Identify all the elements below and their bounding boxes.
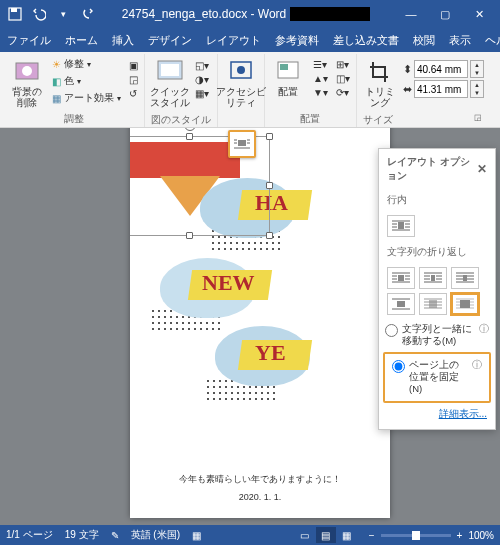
maximize-button[interactable]: ▢ [428,0,462,28]
svg-rect-12 [398,275,404,281]
zoom-level[interactable]: 100% [468,530,494,541]
status-proof-icon[interactable]: ✎ [111,530,119,541]
crop-button[interactable]: トリミング [361,56,399,110]
border-icon[interactable]: ◱▾ [193,59,211,72]
height-icon: ⬍ [403,63,412,76]
group-icon[interactable]: ◫▾ [334,72,352,85]
radio-fix-position[interactable] [392,360,405,373]
option-move-with-text[interactable]: 文字列と一緒に移動する(M) ⓘ [379,319,495,352]
svg-rect-14 [463,275,467,281]
close-button[interactable]: ✕ [462,0,496,28]
callout-title: レイアウト オプション [387,155,477,183]
rotate-handle[interactable]: ⟳ [184,128,196,131]
wrap-front[interactable] [451,293,479,315]
quick-access-toolbar: ▾ [4,3,98,25]
save-icon[interactable] [4,3,26,25]
remove-background-button[interactable]: 背景の削除 [8,56,46,110]
status-page[interactable]: 1/1 ページ [6,528,53,542]
title-bar: ▾ 24754_nenga_eto.docx - Word — ▢ ✕ [0,0,500,28]
layout-options-button[interactable] [228,130,256,158]
wrap-inline[interactable] [387,215,415,237]
svg-rect-5 [161,64,179,76]
svg-rect-1 [11,8,17,12]
height-spinner[interactable]: ⬍ ▲▼ [403,60,484,78]
svg-rect-16 [429,300,437,308]
text-ye: YE [255,340,286,366]
ribbon-tabs: ファイル ホーム 挿入 デザイン レイアウト 参考資料 差し込み文書 校閲 表示… [0,28,500,52]
zoom-out-button[interactable]: − [369,530,375,541]
text-new: NEW [202,270,255,296]
position-button[interactable]: 配置 [269,56,307,99]
minimize-button[interactable]: — [394,0,428,28]
svg-rect-13 [431,275,435,281]
backward-icon[interactable]: ▼▾ [311,86,330,99]
greeting-text: 今年も素晴らしい年でありますように！ [130,473,390,486]
callout-close-icon[interactable]: ✕ [477,162,487,176]
effects-icon[interactable]: ◑▾ [193,73,211,86]
wrap-topbottom[interactable] [387,293,415,315]
redo-icon[interactable] [76,3,98,25]
layout-icon[interactable]: ▦▾ [193,87,211,100]
tab-view[interactable]: 表示 [442,28,478,52]
width-spinner[interactable]: ⬌ ▲▼ [403,80,484,98]
group-arrange: 配置 [269,111,352,127]
compress-icon[interactable]: ▣ [127,59,140,72]
svg-rect-11 [398,222,404,229]
group-adjust: 調整 [8,111,140,127]
rotate-icon[interactable]: ⟳▾ [334,86,352,99]
align-icon[interactable]: ⊞▾ [334,58,352,71]
view-web-icon[interactable]: ▦ [337,527,357,543]
date-text: 2020. 1. 1. [130,492,390,502]
undo-icon[interactable] [28,3,50,25]
alt-text-button[interactable]: アクセシビ リティ [222,56,260,110]
tab-help[interactable]: ヘルプ [478,28,500,52]
height-input[interactable] [414,60,468,78]
status-lang[interactable]: 英語 (米国) [131,528,180,542]
wrap-behind[interactable] [419,293,447,315]
change-icon[interactable]: ◲ [127,73,140,86]
svg-rect-9 [280,64,288,70]
group-styles: 図のスタイル [149,113,213,127]
color-button[interactable]: ◧色▾ [50,73,123,89]
wrap-square[interactable] [387,267,415,289]
qat-more-icon[interactable]: ▾ [52,3,74,25]
inline-section-label: 行内 [379,189,495,211]
svg-point-7 [237,66,245,74]
wrap-tight[interactable] [419,267,447,289]
zoom-in-button[interactable]: + [457,530,463,541]
tab-review[interactable]: 校閲 [406,28,442,52]
effects-button[interactable]: ▦アート効果▾ [50,90,123,106]
window-controls: — ▢ ✕ [394,0,496,28]
width-icon: ⬌ [403,83,412,96]
callout-more-link[interactable]: 詳細表示... [379,403,495,429]
zoom-slider[interactable] [381,534,451,537]
wrap-icon[interactable]: ☰▾ [311,58,330,71]
document-area[interactable]: HA NEW YE ⟳ 今年も素晴らしい年でありますように！ 2020. 1. … [0,128,500,525]
quick-styles-button[interactable]: クイック スタイル [151,56,189,110]
status-acc-icon[interactable]: ▦ [192,530,201,541]
status-words[interactable]: 19 文字 [65,528,99,542]
radio-move-with-text[interactable] [385,324,398,337]
option-fix-position[interactable]: ページ上の位置を固定(N) ⓘ [386,355,488,400]
forward-icon[interactable]: ▲▾ [311,72,330,85]
reset-icon[interactable]: ↺ [127,87,140,100]
corrections-button[interactable]: ☀修整▾ [50,56,123,72]
tab-mailings[interactable]: 差し込み文書 [326,28,406,52]
svg-rect-15 [397,301,405,307]
window-title: 24754_nenga_eto.docx - Word [102,7,390,22]
tab-home[interactable]: ホーム [58,28,105,52]
width-input[interactable] [414,80,468,98]
status-bar: 1/1 ページ 19 文字 ✎ 英語 (米国) ▦ ▭ ▤ ▦ − + 100% [0,525,500,545]
tab-file[interactable]: ファイル [0,28,58,52]
tab-insert[interactable]: 挿入 [105,28,141,52]
wrap-section-label: 文字列の折り返し [379,241,495,263]
svg-rect-17 [460,300,470,308]
tab-references[interactable]: 参考資料 [268,28,326,52]
tab-design[interactable]: デザイン [141,28,199,52]
view-print-icon[interactable]: ▤ [316,527,336,543]
view-read-icon[interactable]: ▭ [295,527,315,543]
group-size: サイズ◲ [361,113,484,127]
tab-layout[interactable]: レイアウト [199,28,268,52]
wrap-through[interactable] [451,267,479,289]
svg-point-3 [22,66,32,76]
